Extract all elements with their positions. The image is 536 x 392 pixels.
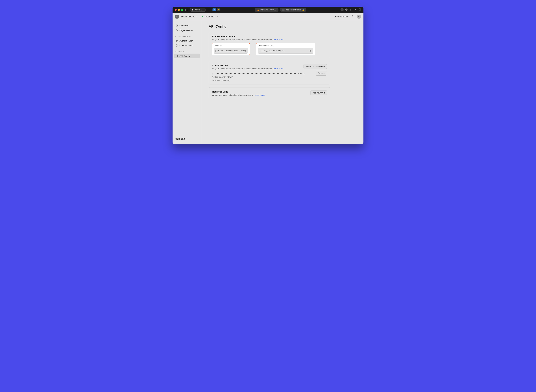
close-window-button[interactable] — [175, 9, 177, 11]
env-name: Production — [204, 15, 215, 18]
org-badge: S — [175, 15, 179, 19]
svg-rect-17 — [176, 45, 177, 47]
svg-rect-10 — [176, 25, 178, 27]
secret-entry: ••••••••••••••••••••••••••••••••••••••••… — [212, 72, 327, 75]
org-name: Scalekit Demo — [181, 15, 195, 18]
downloads-icon[interactable] — [345, 8, 348, 11]
share-icon[interactable] — [350, 8, 352, 11]
profile-switcher[interactable]: Personal ⌄ — [190, 8, 205, 12]
chevron-updown-icon: ⇅ — [216, 15, 218, 18]
env-url-value: https://sso.devramp.ai — [259, 50, 285, 52]
browser-tab-1[interactable]: 🔥 Devramp – Auth… — [255, 8, 279, 12]
svg-point-13 — [176, 40, 177, 41]
env-url-input: https://sso.devramp.ai — [258, 48, 313, 54]
extensions-menu[interactable]: ••• — [341, 8, 344, 11]
sidebar-heading-configuration: CONFIGURATION — [174, 33, 200, 38]
sidebar-toggle-icon[interactable] — [185, 8, 189, 12]
browser-window: Personal ⌄ U M 🔥 Devramp – Auth… ▪ app.s… — [173, 7, 363, 144]
browser-tab-active[interactable]: ▪ app.scalekit.cloud 🔒 — [280, 8, 306, 12]
revoke-secret-button[interactable]: Revoke — [316, 71, 327, 76]
breadcrumb-separator: / — [200, 15, 200, 18]
chevron-updown-icon: ⇅ — [196, 15, 198, 18]
profile-label: Personal — [194, 9, 202, 11]
traffic-lights — [175, 9, 183, 11]
sidebar-item-overview[interactable]: Overview — [174, 23, 200, 28]
svg-rect-0 — [185, 9, 188, 11]
sidebar-item-label: Overview — [180, 24, 188, 27]
svg-point-24 — [212, 74, 213, 74]
extension-icon-1[interactable]: U — [213, 8, 216, 11]
fire-icon: 🔥 — [257, 9, 259, 11]
address-text: app.scalekit.cloud — [286, 9, 301, 11]
secret-suffix: boDe — [300, 72, 305, 75]
card-subtitle: All your configuration and data are isol… — [212, 67, 284, 70]
card-title: Environment details — [212, 35, 327, 38]
new-tab-icon[interactable] — [354, 8, 357, 11]
user-avatar[interactable]: R — [357, 14, 361, 19]
field-label: Client ID — [214, 45, 248, 47]
environment-url-field: Environment URL https://sso.devramp.ai — [256, 43, 315, 55]
sidebar-item-organizations[interactable]: Organizations — [174, 28, 200, 33]
copy-env-url-button[interactable] — [308, 49, 312, 52]
org-switcher[interactable]: Scalekit Demo ⇅ — [181, 15, 198, 18]
sidebar-item-label: Authentication — [180, 40, 193, 42]
lightbulb-icon[interactable] — [351, 15, 354, 18]
back-button[interactable] — [207, 9, 211, 11]
main-content: API Config Environment details All your … — [201, 20, 363, 144]
generate-secret-button[interactable]: Generate new secret — [304, 64, 327, 69]
tab-label: Devramp – Auth… — [260, 9, 276, 11]
sidebar-item-label: API Config — [180, 55, 190, 57]
secret-added-meta: Added today by ADMIN — [212, 76, 327, 78]
redirect-uris-card: Redirect URIs Where users are redirected… — [209, 87, 330, 99]
card-title: Client secrets — [212, 64, 284, 67]
sidebar-item-api-config[interactable]: API Config — [174, 54, 200, 58]
svg-point-2 — [192, 9, 193, 10]
site-icon: ▪ — [282, 9, 285, 11]
client-id-input: prd_skc_12205605381013815 — [214, 48, 248, 54]
learn-more-link[interactable]: Learn more — [273, 67, 283, 70]
field-label: Environment URL — [258, 45, 313, 47]
client-id-value: prd_skc_12205605381013815 — [215, 50, 244, 52]
env-switcher[interactable]: Production ⇅ — [202, 15, 218, 18]
card-title: Redirect URIs — [212, 90, 265, 93]
client-secrets-card: Client secrets All your configuration an… — [209, 61, 330, 84]
secret-masked: ••••••••••••••••••••••••••••••••••••••••… — [215, 73, 299, 75]
learn-more-link[interactable]: Learn more — [273, 38, 283, 41]
secret-lastused-meta: Last used yesterday — [212, 79, 327, 81]
environment-details-card: Environment details All your configurati… — [209, 32, 330, 58]
add-uri-button[interactable]: Add new URI — [310, 90, 327, 95]
titlebar: Personal ⌄ U M 🔥 Devramp – Auth… ▪ app.s… — [173, 7, 363, 13]
tab-overview-icon[interactable] — [359, 8, 361, 11]
key-icon — [212, 73, 214, 75]
app-header: S Scalekit Demo ⇅ / Production ⇅ Documen… — [173, 13, 363, 20]
card-subtitle: All your configuration and data are isol… — [212, 38, 327, 41]
tabs-area: 🔥 Devramp – Auth… ▪ app.scalekit.cloud 🔒 — [222, 8, 339, 12]
card-subtitle: Where users are redirected when they sig… — [212, 94, 265, 96]
sidebar-heading-settings: SETTINGS — [174, 48, 200, 54]
sidebar-item-authentication[interactable]: Authentication — [174, 38, 200, 43]
brand-logo: scalekit — [174, 136, 200, 142]
learn-more-link[interactable]: Learn more — [255, 94, 265, 96]
svg-point-14 — [176, 40, 178, 42]
page-title: API Config — [209, 24, 356, 28]
chevron-down-icon: ⌄ — [203, 9, 204, 11]
copy-client-id-button[interactable] — [244, 49, 247, 52]
env-status-dot — [202, 16, 203, 17]
sidebar: Overview Organizations CONFIGURATION Aut… — [173, 20, 201, 144]
maximize-window-button[interactable] — [181, 9, 183, 11]
sidebar-item-label: Customization — [180, 44, 193, 47]
client-id-field: Client ID prd_skc_12205605381013815 — [212, 43, 250, 55]
sidebar-item-customization[interactable]: Customization — [174, 43, 200, 48]
app-body: Overview Organizations CONFIGURATION Aut… — [173, 20, 363, 144]
sidebar-item-label: Organizations — [180, 29, 193, 32]
lock-icon: 🔒 — [302, 9, 304, 11]
extension-icon-gmail[interactable]: M — [217, 8, 220, 11]
documentation-link[interactable]: Documentation — [334, 15, 349, 18]
minimize-window-button[interactable] — [178, 9, 180, 11]
